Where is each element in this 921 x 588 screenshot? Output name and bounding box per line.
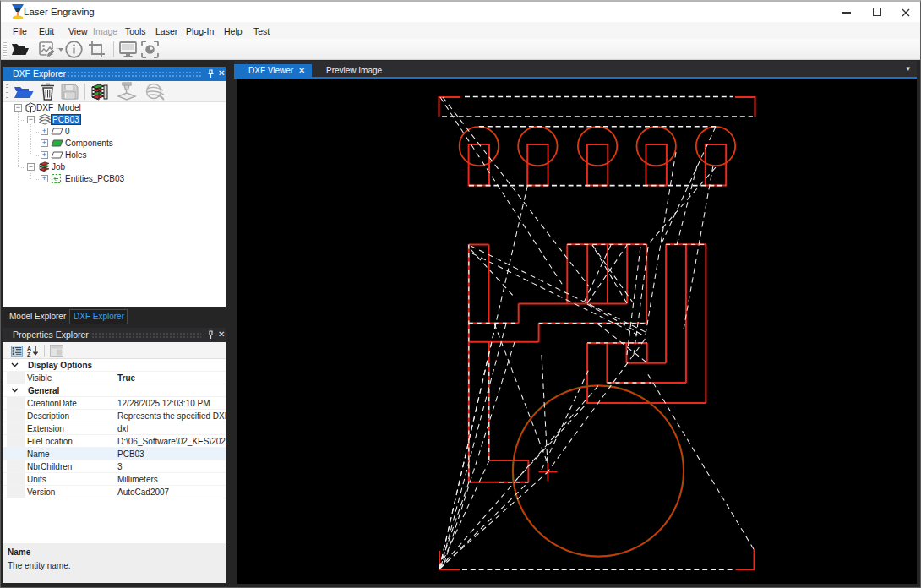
svg-text:Z: Z — [27, 351, 31, 357]
svg-text:A: A — [27, 346, 31, 351]
